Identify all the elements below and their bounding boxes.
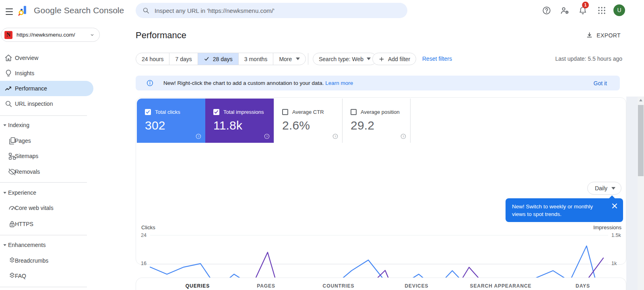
got-it-button[interactable]: Got it: [594, 80, 607, 86]
app-title: Google Search Console: [34, 0, 124, 21]
learn-more-link[interactable]: Learn more: [325, 80, 353, 86]
svg-text:1k: 1k: [611, 261, 617, 266]
scrollbar-thumb[interactable]: [638, 105, 644, 176]
svg-text:?: ?: [266, 135, 268, 138]
notification-count-badge: 1: [582, 2, 589, 8]
sidebar-item-insights[interactable]: Insights: [0, 66, 93, 81]
performance-chart-card: Total clicks 302 ? Total impressions 11.…: [136, 97, 626, 265]
annotation-promo-banner: New! Right-click the chart to add a cust…: [136, 76, 620, 90]
chip-28-days-selected[interactable]: 28 days: [198, 53, 239, 65]
checkbox-checked[interactable]: [145, 109, 151, 115]
chip-7-days[interactable]: 7 days: [169, 53, 198, 65]
property-url: https://newksmenu.com/: [17, 32, 89, 38]
lightbulb-icon: [4, 69, 13, 78]
menu-icon[interactable]: [5, 6, 14, 14]
right-axis-title: Impressions: [593, 224, 622, 230]
tab-pages[interactable]: PAGES: [257, 283, 275, 289]
search-console-logo-icon: [18, 4, 29, 16]
sidebar-item-core-web-vitals[interactable]: Core web vitals: [0, 200, 93, 216]
sidebar-section-experience[interactable]: Experience: [0, 185, 93, 200]
chip-24-hours[interactable]: 24 hours: [136, 53, 169, 65]
sidebar-item-overview[interactable]: Overview: [0, 50, 93, 66]
sidebar-divider: [0, 182, 87, 183]
content-gutter: [626, 97, 638, 290]
svg-text:?: ?: [334, 135, 336, 138]
sidebar-item-sitemaps[interactable]: Sitemaps: [0, 148, 93, 164]
home-icon: [4, 53, 13, 62]
download-icon: [586, 31, 593, 39]
check-icon: [145, 109, 151, 115]
help-circle-icon[interactable]: ?: [332, 133, 339, 140]
url-inspect-input[interactable]: [155, 7, 401, 14]
average-ctr-value: 2.6%: [282, 119, 310, 132]
sidebar-item-url-inspection[interactable]: URL inspection: [0, 96, 93, 111]
metric-card-average-ctr[interactable]: Average CTR 2.6% ?: [274, 99, 342, 143]
account-avatar[interactable]: U: [613, 4, 625, 16]
tab-devices[interactable]: DEVICES: [405, 283, 429, 289]
metric-card-total-clicks[interactable]: Total clicks 302 ?: [137, 99, 205, 143]
tab-countries[interactable]: COUNTRIES: [323, 283, 355, 289]
svg-text:24: 24: [141, 232, 147, 238]
reset-filters-link[interactable]: Reset filters: [422, 53, 452, 65]
svg-text:?: ?: [402, 135, 404, 138]
sidebar-section-indexing[interactable]: Indexing: [0, 117, 93, 133]
check-icon: [204, 56, 210, 62]
check-icon: [214, 109, 219, 115]
property-selector[interactable]: N https://newksmenu.com/: [1, 28, 100, 42]
google-apps-grid-icon[interactable]: [597, 6, 607, 15]
sidebar-divider: [0, 287, 87, 287]
info-icon: [146, 79, 154, 87]
metric-card-total-impressions[interactable]: Total impressions 11.8k ?: [205, 99, 274, 143]
date-range-chip-group: 24 hours 7 days 28 days 3 months More: [136, 53, 306, 65]
sidebar-item-pages[interactable]: Pages: [0, 133, 93, 148]
top-app-bar: Google Search Console 1 U: [0, 0, 644, 21]
help-circle-icon[interactable]: ?: [400, 133, 407, 140]
sidebar-item-faq[interactable]: FAQ: [0, 268, 93, 284]
vertical-scrollbar[interactable]: [638, 97, 644, 290]
chip-3-months[interactable]: 3 months: [239, 53, 274, 65]
sidebar-item-https[interactable]: HTTPS: [0, 216, 93, 232]
help-circle-icon[interactable]: ?: [264, 133, 270, 140]
dimension-tabs-card: QUERIES PAGES COUNTRIES DEVICES SEARCH A…: [136, 278, 626, 290]
sidebar-item-breadcrumbs[interactable]: Breadcrumbs: [0, 253, 93, 268]
checkbox-checked[interactable]: [213, 109, 219, 115]
svg-text:?: ?: [198, 135, 199, 138]
sidebar: N https://newksmenu.com/ Overview Insigh…: [0, 21, 121, 290]
total-clicks-value: 302: [145, 119, 165, 132]
caret-down-icon: [611, 187, 615, 190]
chip-more[interactable]: More: [273, 53, 305, 65]
app-title-google: Google: [34, 6, 62, 15]
tab-queries[interactable]: QUERIES: [186, 283, 210, 289]
help-icon[interactable]: [542, 6, 551, 15]
plus-icon: [378, 56, 385, 62]
sidebar-section-enhancements[interactable]: Enhancements: [0, 237, 93, 253]
sidebar-item-removals[interactable]: Removals: [0, 164, 93, 179]
toolbar-divider: [308, 53, 308, 65]
checkbox-unchecked[interactable]: [351, 109, 357, 115]
checkbox-unchecked[interactable]: [282, 109, 288, 115]
tab-search-appearance[interactable]: SEARCH APPEARANCE: [470, 283, 532, 289]
caret-down-icon: [296, 58, 300, 60]
search-type-filter[interactable]: Search type: Web: [313, 53, 377, 65]
add-filter-button[interactable]: Add filter: [372, 53, 416, 65]
tab-days[interactable]: DAYS: [576, 283, 590, 289]
page-title: Performance: [136, 30, 186, 41]
granularity-dropdown[interactable]: Daily: [587, 182, 621, 195]
user-settings-icon[interactable]: [560, 6, 570, 15]
total-impressions-value: 11.8k: [213, 119, 242, 132]
average-position-value: 29.2: [351, 119, 374, 132]
banner-text: New! Right-click the chart to add a cust…: [163, 80, 324, 86]
scrollbar-up-arrow[interactable]: [639, 99, 642, 101]
svg-text:1.5k: 1.5k: [611, 232, 621, 238]
magnifier-icon: [4, 99, 13, 108]
property-favicon: N: [4, 31, 12, 39]
metric-card-average-position[interactable]: Average position 29.2 ?: [342, 99, 411, 143]
help-circle-icon[interactable]: ?: [195, 133, 202, 140]
url-inspect-searchbar[interactable]: [136, 3, 407, 18]
sidebar-item-performance[interactable]: Performance: [0, 81, 93, 96]
chevron-down-icon: [89, 32, 95, 38]
export-button[interactable]: EXPORT: [586, 31, 621, 39]
main-content: Performance EXPORT 24 hours 7 days 28 da…: [136, 21, 626, 290]
search-icon: [142, 6, 150, 14]
close-icon[interactable]: [611, 203, 618, 209]
